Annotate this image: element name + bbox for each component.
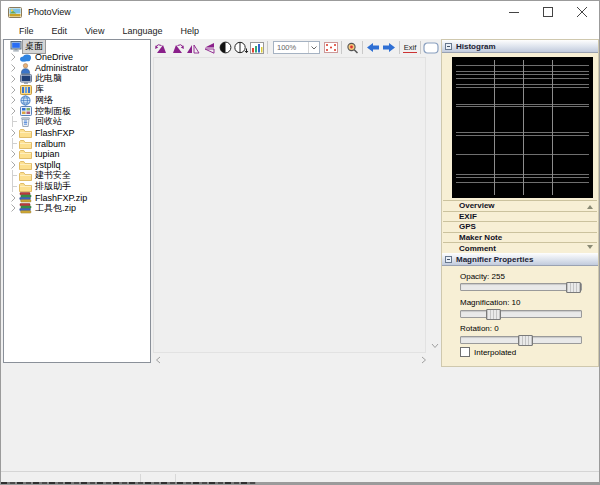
folder-icon (18, 182, 33, 192)
menu-view[interactable]: View (76, 24, 113, 38)
section-gps[interactable]: GPS (443, 222, 597, 233)
tree-item[interactable]: 排版助手 (4, 181, 150, 192)
tree-item[interactable]: Administrator (4, 63, 150, 74)
tree-item[interactable]: tupian (4, 149, 150, 160)
expand-chevron-icon[interactable] (8, 96, 18, 104)
window-bottom-edge (1, 482, 599, 484)
exif-button[interactable]: Exif (402, 40, 418, 55)
toolbar-separator (362, 41, 363, 54)
tree-item-label[interactable]: 回收站 (33, 115, 64, 128)
expand-chevron-icon[interactable] (8, 129, 18, 137)
tree-item-label[interactable]: FlashFXP (33, 128, 77, 138)
opacity-slider[interactable] (460, 283, 582, 291)
expand-chevron-icon[interactable] (8, 86, 18, 94)
sections-scroll-down-icon[interactable] (587, 245, 593, 249)
photoview-window: PhotoView FileEditViewLanguageHelp 桌面One… (0, 0, 600, 485)
vscroll-down-arrow[interactable] (431, 343, 439, 349)
tree-item[interactable]: 控制面板 (4, 106, 150, 117)
slider-thumb[interactable] (566, 282, 581, 293)
menu-edit[interactable]: Edit (43, 24, 77, 38)
menu-file[interactable]: File (10, 24, 43, 38)
tree-line (8, 116, 18, 127)
expand-chevron-icon[interactable] (8, 107, 18, 115)
right-panel: Histogram OverviewEXIFGPSMaker NoteComme… (441, 39, 599, 367)
section-overview[interactable]: Overview (443, 201, 597, 212)
slider-thumb[interactable] (486, 309, 501, 320)
expand-chevron-icon[interactable] (8, 53, 18, 61)
window-title: PhotoView (28, 7, 71, 17)
tree-item-label[interactable]: rralbum (33, 139, 68, 149)
tree-item-label[interactable]: OneDrive (33, 52, 75, 62)
maximize-button[interactable] (531, 1, 565, 23)
brightness-button[interactable] (233, 40, 249, 55)
interpolated-checkbox-row[interactable]: Interpolated (460, 347, 516, 357)
toolbar-separator (399, 41, 400, 54)
folder-icon (18, 139, 33, 149)
red-eye-button[interactable] (323, 40, 339, 55)
minimize-button[interactable] (497, 1, 531, 23)
tree-item[interactable]: ystpllq (4, 160, 150, 171)
menu-help[interactable]: Help (171, 24, 208, 38)
interpolated-checkbox[interactable] (460, 347, 470, 357)
search-button[interactable] (344, 40, 360, 55)
histogram-header[interactable]: Histogram (442, 40, 598, 53)
tree-item[interactable]: rralbum (4, 138, 150, 149)
menu-language[interactable]: Language (113, 24, 171, 38)
tree-item[interactable]: 此电脑 (4, 73, 150, 84)
tree-item[interactable]: FlashFXP (4, 127, 150, 138)
section-maker-note[interactable]: Maker Note (443, 233, 597, 244)
collapse-icon[interactable] (445, 43, 452, 50)
magnifier-properties-header[interactable]: Magnifier Properties (442, 253, 598, 266)
zoom-combobox[interactable]: 100% (273, 41, 320, 54)
flip-horizontal-button[interactable] (185, 40, 201, 55)
magnification-slider[interactable] (460, 310, 582, 318)
contrast-button[interactable] (217, 40, 233, 55)
sections-scroll-up-icon[interactable] (587, 205, 593, 209)
tree-item[interactable]: 建书安全 (4, 171, 150, 182)
expand-chevron-icon[interactable] (8, 194, 18, 202)
rotate-left-button[interactable] (153, 40, 169, 55)
expand-chevron-icon[interactable] (8, 161, 18, 169)
expand-chevron-icon[interactable] (8, 150, 18, 158)
hscroll-left-arrow[interactable] (155, 356, 161, 364)
collapse-icon[interactable] (445, 256, 452, 263)
tree-item[interactable]: 网络 (4, 95, 150, 106)
combo-dropdown-icon[interactable] (308, 42, 319, 53)
tree-item-label[interactable]: 桌面 (23, 40, 45, 53)
close-button[interactable] (565, 1, 599, 23)
folder-icon (18, 171, 33, 181)
slider-label: Magnification: 10 (460, 298, 520, 307)
section-exif[interactable]: EXIF (443, 212, 597, 223)
toolbar-separator (267, 41, 268, 54)
nav-forward-button[interactable] (381, 40, 397, 55)
tree-item[interactable]: 回收站 (4, 117, 150, 128)
expand-chevron-icon[interactable] (8, 64, 18, 72)
toolbar: 100%Exif (153, 39, 441, 56)
slider-thumb[interactable] (518, 335, 533, 346)
tree-line (8, 138, 18, 149)
library-icon (18, 85, 33, 95)
tree-item[interactable]: 工具包.zip (4, 203, 150, 214)
tree-item-label[interactable]: 工具包.zip (33, 202, 78, 215)
magnifier-toggle-button[interactable] (423, 40, 439, 55)
nav-back-button[interactable] (365, 40, 381, 55)
folder-tree: 桌面OneDriveAdministrator此电脑库网络控制面板回收站Flas… (3, 39, 151, 363)
interpolated-label: Interpolated (474, 348, 516, 357)
histogram-title: Histogram (456, 42, 496, 51)
tree-item-label[interactable]: tupian (33, 149, 62, 159)
image-viewer (153, 57, 426, 353)
zip-icon (18, 192, 33, 203)
tree-item[interactable]: OneDrive (4, 52, 150, 63)
hscroll-right-arrow[interactable] (421, 356, 427, 364)
flip-vertical-button[interactable] (201, 40, 217, 55)
metadata-sections: OverviewEXIFGPSMaker NoteComment (443, 200, 597, 254)
tree-item[interactable]: 桌面 (4, 41, 150, 52)
histogram-button[interactable] (249, 40, 265, 55)
rotate-right-button[interactable] (169, 40, 185, 55)
expand-chevron-icon[interactable] (8, 204, 18, 212)
slider-label: Opacity: 255 (460, 272, 505, 281)
rotation-slider[interactable] (460, 336, 582, 344)
expand-chevron-icon[interactable] (8, 75, 18, 83)
tree-item-label[interactable]: 排版助手 (33, 180, 73, 193)
tree-item[interactable]: 库 (4, 84, 150, 95)
